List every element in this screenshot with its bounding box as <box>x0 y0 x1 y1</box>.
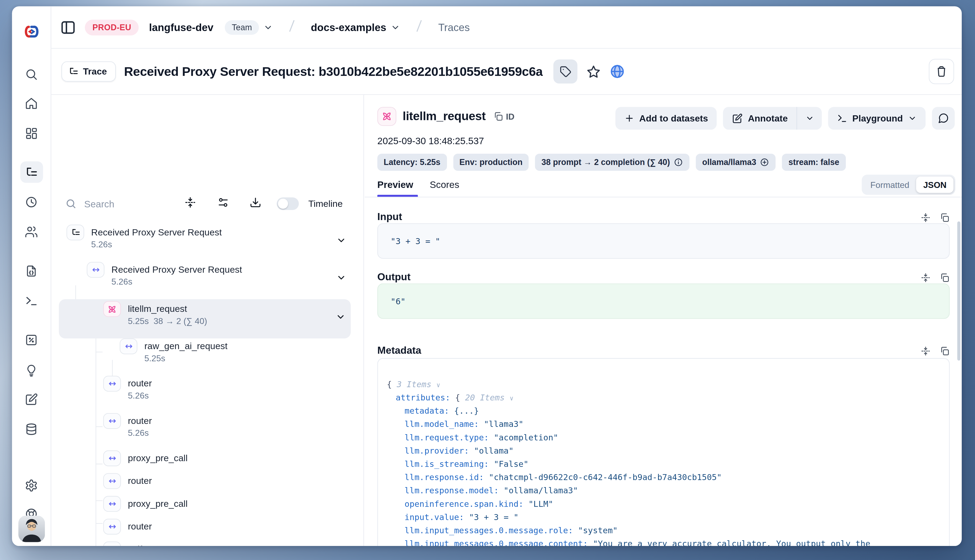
bookmark-star-button[interactable] <box>586 64 601 79</box>
breadcrumb-project[interactable]: docs-examples <box>311 21 386 33</box>
attribute-badge[interactable]: 38 prompt → 2 completion (∑ 40) <box>535 153 689 171</box>
tree-item-label: litellm_request <box>128 301 207 317</box>
tree-item-duration: 5.26s <box>111 277 242 287</box>
add-to-datasets-button[interactable]: Add to datasets <box>615 107 717 130</box>
tree-item-raw-gen-ai-request[interactable]: raw_gen_ai_request5.25s <box>51 338 363 376</box>
clock-icon <box>25 195 38 208</box>
copy-section-button[interactable] <box>940 346 950 356</box>
generation-type-badge <box>377 107 396 126</box>
sidebar-item-search[interactable] <box>20 63 43 85</box>
tree-item-duration: 5.26s <box>128 391 152 400</box>
json-line: llm.response.id: "chatcmpl-d96622c0-c642… <box>378 471 949 484</box>
collapse-section-button[interactable] <box>921 346 931 356</box>
public-globe-button[interactable] <box>610 64 625 79</box>
span-arrows-icon <box>91 265 100 275</box>
sidebar-item-insights[interactable] <box>20 359 43 381</box>
sidebar-item-datasets[interactable] <box>20 418 43 440</box>
span-type-icon <box>103 496 121 512</box>
tab-preview[interactable]: Preview <box>377 179 413 190</box>
observation-title: litellm_request <box>403 109 486 123</box>
sidebar-item-home[interactable] <box>20 92 43 114</box>
copy-section-button[interactable] <box>940 273 950 283</box>
breadcrumb-section[interactable]: Traces <box>438 21 470 33</box>
download-button[interactable] <box>249 196 262 211</box>
span-type-icon <box>103 519 121 535</box>
tree-item-label: raw_gen_ai_request <box>144 338 227 354</box>
observation-timestamp: 2025-09-30 18:48:25.537 <box>377 135 484 146</box>
attribute-badge-label: 38 prompt → 2 completion (∑ 40) <box>542 157 670 167</box>
avatar[interactable] <box>18 515 45 542</box>
copy-section-button[interactable] <box>940 212 950 222</box>
tree-item-router[interactable]: router5.26s <box>51 413 363 450</box>
sidebar-item-annotation[interactable] <box>20 388 43 410</box>
tree-item-collapse-chevron[interactable] <box>336 235 346 248</box>
environment-badge[interactable]: PROD-EU <box>85 19 139 35</box>
tree-item-label: router <box>128 413 152 429</box>
tree-item-received-proxy-server-request[interactable]: Received Proxy Server Request5.26s <box>51 225 363 262</box>
tag-button[interactable] <box>554 59 577 83</box>
sidebar-item-dashboards[interactable] <box>20 122 43 143</box>
json-line: llm.is_streaming: "False" <box>378 457 949 471</box>
search-placeholder: Search <box>84 198 114 209</box>
sidebar-item-sessions[interactable] <box>20 191 43 213</box>
collapse-section-button[interactable] <box>921 212 931 222</box>
format-option-json[interactable]: JSON <box>916 177 954 193</box>
sidebar-toggle-button[interactable] <box>60 19 76 35</box>
tree-item-collapse-chevron[interactable] <box>336 312 346 325</box>
tree-item-router[interactable]: router5.26s <box>51 376 363 413</box>
annotate-dropdown-button[interactable] <box>797 107 822 130</box>
collapse-section-button[interactable] <box>921 273 931 283</box>
sidebar-item-playground[interactable] <box>20 290 43 311</box>
org-switcher-chevron-icon[interactable] <box>263 22 273 32</box>
tree-item-received-proxy-server-request[interactable]: Received Proxy Server Request5.26s <box>51 262 363 299</box>
fold-vertical-icon <box>921 273 931 283</box>
metadata-json-viewer[interactable]: { 3 Items ∨attributes: { 20 Items ∨metad… <box>377 358 950 546</box>
tree-item-proxy-pre-call[interactable]: proxy_pre_call <box>51 496 363 519</box>
org-name[interactable]: langfuse-dev <box>149 21 213 33</box>
trace-header-bar: Trace Received Proxy Server Request: b30… <box>51 48 962 95</box>
tree-item-proxy-pre-call[interactable]: proxy_pre_call <box>51 450 363 473</box>
sidebar-item-users[interactable] <box>20 221 43 242</box>
project-switcher-chevron-icon[interactable] <box>391 22 400 32</box>
attribute-badge[interactable]: Latency: 5.25s <box>377 153 447 171</box>
sidebar-item-evaluators[interactable] <box>20 329 43 350</box>
plus-icon <box>624 113 634 123</box>
trace-type-chip[interactable]: Trace <box>61 61 115 82</box>
attribute-badge[interactable]: Env: production <box>453 153 529 171</box>
square-pen-icon <box>25 393 38 406</box>
span-type-icon <box>87 262 105 278</box>
delete-trace-button[interactable] <box>929 59 954 84</box>
tree-item-litellm-request[interactable]: litellm_request5.25s 38 → 2 (∑ 40) <box>59 299 351 338</box>
tree-item-router[interactable]: router <box>51 519 363 542</box>
tree-item-label: router <box>128 519 152 535</box>
breadcrumb-separator <box>285 19 298 35</box>
copy-id-button[interactable]: ID <box>493 111 514 121</box>
tree-item-router[interactable]: router <box>51 473 363 496</box>
tree-toolbar: Search Timeline <box>51 192 363 215</box>
timeline-toggle[interactable] <box>277 197 299 210</box>
sidebar-item-prompts[interactable] <box>20 260 43 282</box>
search-input[interactable]: Search <box>65 198 114 209</box>
tab-scores[interactable]: Scores <box>430 179 459 190</box>
span-arrows-icon <box>107 379 117 388</box>
observation-header: litellm_request ID <box>377 107 514 126</box>
span-arrows-icon <box>107 522 117 532</box>
plus-circle-icon <box>760 157 769 167</box>
tree-filter-button[interactable] <box>217 196 229 211</box>
scrollbar-thumb[interactable] <box>957 222 960 360</box>
trace-type-icon <box>67 225 84 241</box>
trace-tree-icon <box>70 228 80 237</box>
sidebar-item-traces[interactable] <box>20 161 43 183</box>
playground-button[interactable]: Playground <box>828 107 926 130</box>
sidebar-item-settings[interactable] <box>20 474 43 496</box>
collapse-all-button[interactable] <box>184 196 196 211</box>
comments-button[interactable] <box>932 107 955 130</box>
tree-item-label: router <box>128 376 152 392</box>
tree-item-collapse-chevron[interactable] <box>336 273 346 285</box>
attribute-badge[interactable]: ollama/llama3 <box>696 153 776 171</box>
attribute-badge[interactable]: stream: false <box>782 153 846 171</box>
format-option-formatted[interactable]: Formatted <box>863 177 916 193</box>
chevron-down-icon <box>336 312 346 322</box>
annotate-button[interactable]: Annotate <box>723 107 796 130</box>
tree-item-self[interactable]: self5.23s <box>51 542 363 546</box>
